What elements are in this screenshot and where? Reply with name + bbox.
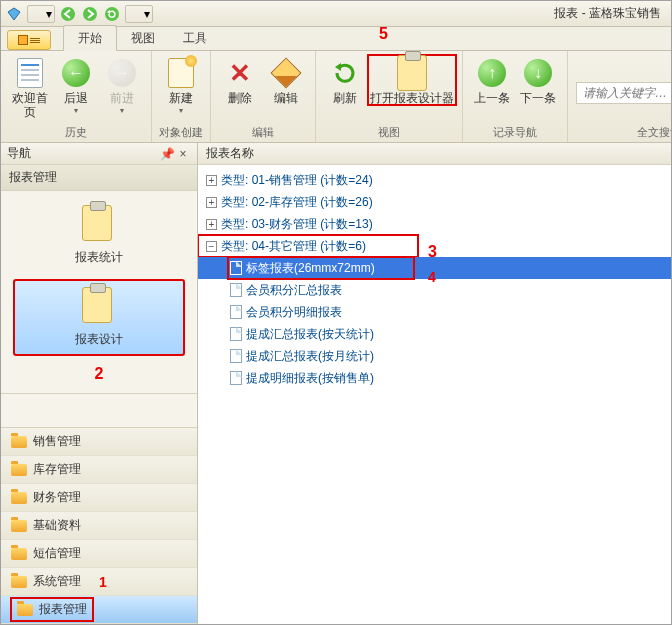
- window-title: 报表 - 蓝格珠宝销售: [554, 5, 667, 22]
- plus-icon[interactable]: +: [206, 175, 217, 186]
- nav-header: 导航 📌 ×: [1, 143, 197, 165]
- prev-record-button[interactable]: ↑ 上一条: [469, 55, 515, 105]
- up-arrow-icon: ↑: [476, 57, 508, 89]
- app-gem-icon: [5, 5, 23, 23]
- ribbon-group-search: 全文搜索: [568, 51, 672, 142]
- title-bar: ▾ ▾ 报表 - 蓝格珠宝销售: [1, 1, 671, 27]
- folder-icon: [11, 436, 27, 448]
- tree-group[interactable]: +类型: 01-销售管理 (计数=24): [198, 169, 671, 191]
- folder-item[interactable]: 短信管理: [1, 540, 197, 568]
- folder-icon: [11, 520, 27, 532]
- forward-button: → 前进▾: [99, 55, 145, 115]
- folder-item[interactable]: 报表管理: [1, 596, 197, 624]
- left-panel: 导航 📌 × 报表管理 报表统计 报表设计 2 销售管理库存管理财务管理基础资料…: [1, 143, 198, 624]
- tab-view[interactable]: 视图: [117, 26, 169, 50]
- folder-label: 库存管理: [33, 461, 81, 478]
- folder-item[interactable]: 财务管理: [1, 484, 197, 512]
- svg-marker-5: [335, 63, 341, 71]
- folder-label: 系统管理: [33, 573, 81, 590]
- open-report-designer-button[interactable]: 打开报表设计器: [368, 55, 456, 105]
- back-button[interactable]: ← 后退▾: [53, 55, 99, 115]
- tree-group-label: 类型: 04-其它管理 (计数=6): [221, 238, 366, 255]
- new-button[interactable]: 新建▾: [158, 55, 204, 115]
- forward-icon: →: [106, 57, 138, 89]
- plus-icon[interactable]: +: [206, 219, 217, 230]
- titlebar-dropdown2-icon[interactable]: ▾: [125, 5, 153, 23]
- folder-icon: [11, 464, 27, 476]
- tree-item[interactable]: 提成汇总报表(按天统计): [198, 323, 671, 345]
- annotation-1: 1: [99, 574, 107, 590]
- folder-label: 报表管理: [39, 601, 87, 618]
- annotation-5: 5: [379, 25, 388, 43]
- tab-tools[interactable]: 工具: [169, 26, 221, 50]
- folder-icon: [11, 576, 27, 588]
- folder-label: 基础资料: [33, 517, 81, 534]
- new-doc-icon: [165, 57, 197, 89]
- tree-group[interactable]: −类型: 04-其它管理 (计数=6): [198, 235, 418, 257]
- edit-button[interactable]: 编辑: [263, 55, 309, 105]
- tree-item[interactable]: 提成汇总报表(按月统计): [198, 345, 671, 367]
- tree-item[interactable]: 会员积分明细报表: [198, 301, 671, 323]
- svg-point-1: [61, 7, 75, 21]
- folder-item[interactable]: 系统管理 1: [1, 568, 197, 596]
- titlebar-back-icon[interactable]: [59, 5, 77, 23]
- document-icon: [230, 283, 242, 297]
- close-panel-icon[interactable]: ×: [175, 147, 191, 161]
- titlebar-refresh-icon[interactable]: [103, 5, 121, 23]
- titlebar-dropdown-icon[interactable]: ▾: [27, 5, 55, 23]
- ribbon-group-edit: ✕ 删除 编辑 编辑: [211, 51, 316, 142]
- tree-group-label: 类型: 01-销售管理 (计数=24): [221, 172, 373, 189]
- document-icon: [230, 305, 242, 319]
- minus-icon[interactable]: −: [206, 241, 217, 252]
- folder-list: 销售管理库存管理财务管理基础资料短信管理系统管理 1报表管理: [1, 427, 197, 624]
- folder-label: 短信管理: [33, 545, 81, 562]
- tree-item-label: 会员积分明细报表: [246, 304, 342, 321]
- folder-item[interactable]: 销售管理: [1, 428, 197, 456]
- next-record-button[interactable]: ↓ 下一条: [515, 55, 561, 105]
- tile-area: 报表统计 报表设计 2: [1, 191, 197, 394]
- folder-label: 销售管理: [33, 433, 81, 450]
- tree-group-label: 类型: 03-财务管理 (计数=13): [221, 216, 373, 233]
- refresh-icon: [329, 57, 361, 89]
- tree-group[interactable]: +类型: 02-库存管理 (计数=26): [198, 191, 671, 213]
- document-icon: [230, 371, 242, 385]
- tile-report-design[interactable]: 报表设计: [14, 280, 184, 355]
- plus-icon[interactable]: +: [206, 197, 217, 208]
- annotation-2: 2: [7, 365, 191, 383]
- clipboard-icon: [396, 57, 428, 89]
- app-menu-button[interactable]: [7, 30, 51, 50]
- tree-item-label: 提成汇总报表(按月统计): [246, 348, 374, 365]
- tile-report-stats[interactable]: 报表统计: [53, 201, 145, 270]
- search-input[interactable]: [576, 82, 672, 104]
- svg-point-3: [105, 7, 119, 21]
- home-page-icon: [14, 57, 46, 89]
- ribbon: 欢迎首页 ← 后退▾ → 前进▾ 历史 新建▾ 对象创建 ✕ 删除: [1, 51, 671, 143]
- workspace: 导航 📌 × 报表管理 报表统计 报表设计 2 销售管理库存管理财务管理基础资料…: [1, 143, 671, 624]
- ribbon-group-create: 新建▾ 对象创建: [152, 51, 211, 142]
- tree-item-highlight: [228, 257, 414, 279]
- tree-group[interactable]: +类型: 03-财务管理 (计数=13): [198, 213, 671, 235]
- tree-item-label: 提成汇总报表(按天统计): [246, 326, 374, 343]
- document-icon: [230, 349, 242, 363]
- tab-start[interactable]: 开始: [63, 25, 117, 51]
- svg-point-2: [83, 7, 97, 21]
- folder-label: 财务管理: [33, 489, 81, 506]
- home-button[interactable]: 欢迎首页: [7, 55, 53, 119]
- annotation-3: 3: [428, 243, 437, 261]
- folder-item[interactable]: 库存管理: [1, 456, 197, 484]
- folder-icon: [11, 492, 27, 504]
- delete-button[interactable]: ✕ 删除: [217, 55, 263, 105]
- titlebar-forward-icon[interactable]: [81, 5, 99, 23]
- refresh-button[interactable]: 刷新: [322, 55, 368, 105]
- folder-item[interactable]: 基础资料: [1, 512, 197, 540]
- document-icon: [230, 327, 242, 341]
- folder-icon: [17, 604, 33, 616]
- tab-strip: 开始 视图 工具 5: [1, 27, 671, 51]
- tree-item[interactable]: 提成明细报表(按销售单): [198, 367, 671, 389]
- folder-highlight: 报表管理: [11, 598, 93, 621]
- back-icon: ←: [60, 57, 92, 89]
- pin-icon[interactable]: 📌: [159, 147, 175, 161]
- content-panel: 报表名称 +类型: 01-销售管理 (计数=24)+类型: 02-库存管理 (计…: [198, 143, 671, 624]
- column-header[interactable]: 报表名称: [198, 143, 671, 165]
- ribbon-group-history: 欢迎首页 ← 后退▾ → 前进▾ 历史: [1, 51, 152, 142]
